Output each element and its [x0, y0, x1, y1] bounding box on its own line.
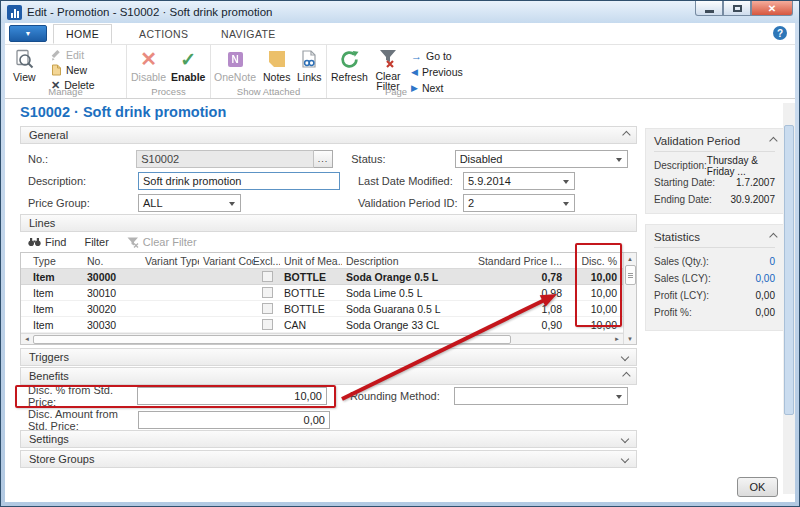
group-label-show-attached: Show Attached	[211, 86, 326, 97]
minimize-button[interactable]	[695, 1, 723, 16]
grid-header-row: Type No. Variant Type Variant Code Excl.…	[21, 253, 623, 269]
chevron-down-icon	[621, 353, 629, 361]
ribbon-tab-strip: ▼ HOME ACTIONS NAVIGATE ?	[5, 23, 795, 44]
title-bar: Edit - Promotion - S10002 · Soft drink p…	[1, 1, 799, 23]
column-header-disc[interactable]: Disc. %	[576, 255, 623, 267]
excl-checkbox[interactable]	[262, 271, 273, 282]
grid-vertical-scrollbar[interactable]: ▲ ▼	[623, 253, 636, 344]
column-header-no[interactable]: No.	[83, 255, 141, 267]
disc-amount-input[interactable]	[138, 411, 330, 429]
column-header-excl[interactable]: Excl...	[254, 255, 280, 267]
disable-button: ✕ Disable	[131, 47, 166, 83]
fb-row-sales-qty: Sales (Qty.): 0	[654, 253, 775, 270]
view-icon	[14, 47, 34, 71]
fasttab-store-groups[interactable]: Store Groups	[20, 450, 637, 468]
grid-row-30000[interactable]: Item 30000 BOTTLE Soda Orange 0.5 L 0,78…	[21, 269, 623, 285]
factbox-statistics-header[interactable]: Statistics	[654, 231, 775, 248]
tab-home[interactable]: HOME	[53, 24, 112, 44]
lines-clear-filter-button: Clear Filter	[127, 236, 197, 248]
no-input	[136, 150, 313, 168]
sales-lcy-link[interactable]: 0,00	[756, 273, 775, 284]
find-binoculars-icon	[28, 237, 41, 247]
sales-qty-link[interactable]: 0	[769, 256, 775, 267]
refresh-button[interactable]: Refresh	[331, 47, 368, 83]
excl-checkbox[interactable]	[262, 303, 273, 314]
ok-button[interactable]: OK	[737, 477, 778, 497]
notes-button[interactable]: Notes	[263, 47, 290, 83]
validation-period-id-dropdown[interactable]: 2	[463, 194, 575, 212]
column-header-type[interactable]: Type	[21, 255, 83, 267]
previous-arrow-icon: ◀	[411, 67, 418, 77]
field-description: Description: Last Date Modified: 5.9.201…	[28, 172, 628, 190]
tab-navigate[interactable]: NAVIGATE	[209, 24, 288, 44]
fasttab-settings[interactable]: Settings	[20, 430, 637, 448]
fasttab-triggers[interactable]: Triggers	[20, 348, 637, 366]
column-header-variant-code[interactable]: Variant Code	[199, 255, 254, 267]
page-vertical-scrollbar[interactable]	[783, 103, 795, 494]
factbox-validation-period-header[interactable]: Validation Period	[654, 135, 775, 152]
scroll-left-icon[interactable]: ◄	[21, 336, 33, 342]
description-input[interactable]	[138, 172, 340, 190]
links-button[interactable]: Links	[297, 47, 322, 83]
tab-actions[interactable]: ACTIONS	[127, 24, 200, 44]
links-icon	[301, 47, 317, 71]
column-header-variant-type[interactable]: Variant Type	[141, 255, 199, 267]
app-menu-icon: ▼	[25, 30, 32, 37]
vscroll-thumb[interactable]	[625, 265, 636, 285]
group-label-page: Page	[327, 86, 465, 97]
scroll-right-icon[interactable]: ►	[611, 336, 623, 342]
price-group-dropdown[interactable]: ALL	[138, 194, 241, 212]
find-button[interactable]: Find	[28, 236, 66, 248]
browse-button[interactable]: ...	[314, 150, 334, 168]
grid-row-30020[interactable]: Item 30020 BOTTLE Soda Guarana 0.5 L 1,0…	[21, 301, 623, 317]
column-header-unit[interactable]: Unit of Mea...	[280, 255, 342, 267]
group-label-process: Process	[127, 86, 210, 97]
chevron-down-icon	[621, 455, 629, 463]
fb-row-profit-lcy: Profit (LCY): 0,00	[654, 287, 775, 304]
application-menu-button[interactable]: ▼	[9, 25, 47, 42]
nav-edit-promotion-window: Edit - Promotion - S10002 · Soft drink p…	[0, 0, 800, 507]
column-header-std-price[interactable]: Standard Price I...	[472, 255, 576, 267]
grid-row-30030[interactable]: Item 30030 CAN Soda Orange 33 CL 0,90 10…	[21, 317, 623, 333]
lines-toolbar: Find Filter Clear Filter	[20, 232, 637, 252]
fasttab-benefits[interactable]: Benefits	[20, 367, 637, 385]
maximize-button[interactable]	[723, 1, 751, 16]
ribbon-group-manage: View Edit New ✕ Delete Ma	[5, 45, 127, 98]
dropdown-arrow-icon	[616, 158, 622, 162]
fasttab-lines[interactable]: Lines	[20, 214, 637, 232]
view-button[interactable]: View	[13, 47, 36, 83]
close-button[interactable]: ✕	[751, 1, 793, 16]
fasttab-general[interactable]: General	[20, 126, 637, 144]
hscroll-thumb[interactable]	[33, 335, 511, 344]
notes-icon	[269, 51, 285, 67]
enable-button[interactable]: ✓ Enable	[171, 47, 205, 83]
scroll-up-icon[interactable]: ▲	[624, 253, 636, 264]
chevron-up-icon	[622, 131, 630, 139]
previous-button[interactable]: ◀ Previous	[411, 65, 463, 79]
field-disc-amount: Disc. Amount from Std. Price:	[28, 411, 628, 429]
excl-checkbox[interactable]	[262, 319, 273, 330]
last-date-modified-dropdown[interactable]: 5.9.2014	[463, 172, 575, 190]
column-header-description[interactable]: Description	[342, 255, 472, 267]
page-scroll-thumb[interactable]	[784, 125, 794, 415]
help-button[interactable]: ?	[773, 26, 787, 40]
fb-row-description: Description: Thursday & Friday ...	[654, 157, 775, 174]
filter-button[interactable]: Filter	[84, 236, 108, 248]
rounding-method-dropdown[interactable]	[454, 387, 628, 405]
chevron-up-icon	[622, 372, 630, 380]
disc-pct-input[interactable]	[137, 387, 327, 405]
clear-filter-button[interactable]: Clear Filter	[371, 47, 405, 91]
grid-horizontal-scrollbar[interactable]: ◄ ►	[21, 333, 623, 344]
goto-button[interactable]: → Go to	[411, 49, 463, 63]
excl-checkbox[interactable]	[262, 287, 273, 298]
new-button[interactable]: New	[51, 63, 95, 77]
status-dropdown[interactable]: Disabled	[455, 150, 628, 168]
clear-filter-icon	[379, 47, 397, 71]
scroll-down-icon[interactable]: ▼	[624, 333, 636, 344]
new-page-icon	[51, 64, 62, 76]
grid-row-30010[interactable]: Item 30010 BOTTLE Soda Lime 0.5 L 0,98 1…	[21, 285, 623, 301]
fb-row-sales-lcy: Sales (LCY): 0,00	[654, 270, 775, 287]
fb-row-profit-pct: Profit %: 0,00	[654, 304, 775, 321]
factbox-statistics: Statistics Sales (Qty.): 0 Sales (LCY): …	[645, 224, 784, 331]
chevron-down-icon	[621, 435, 629, 443]
